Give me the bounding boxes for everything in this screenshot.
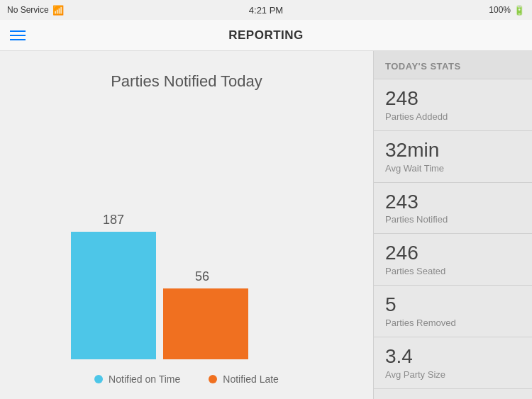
legend-dot-orange xyxy=(209,375,217,383)
wifi-icon: 📶 xyxy=(52,5,64,16)
stat-label: Parties Notified xyxy=(385,214,521,225)
stat-label: Parties Removed xyxy=(385,317,521,328)
stat-value: 243 xyxy=(385,191,521,213)
stat-label: Avg Wait Time xyxy=(385,163,521,174)
menu-button[interactable] xyxy=(10,30,26,40)
bar-blue-value: 187 xyxy=(103,213,124,227)
bar-orange xyxy=(163,288,248,359)
menu-line-3 xyxy=(10,39,26,40)
chart-area: Parties Notified Today 187 56 Notified o… xyxy=(0,51,373,399)
stat-label: Parties Addedd xyxy=(385,111,521,122)
stat-value: 5 xyxy=(385,294,521,316)
battery-icon: 🔋 xyxy=(514,5,525,16)
sidebar-header: TODAY'S STATS xyxy=(374,51,532,79)
nav-title: REPORTING xyxy=(228,28,304,43)
legend-on-time-label: Notified on Time xyxy=(109,373,180,385)
stat-value: 248 xyxy=(385,88,521,110)
menu-line-2 xyxy=(10,35,26,36)
status-time: 4:21 PM xyxy=(249,5,283,16)
bar-blue xyxy=(71,232,156,359)
stat-value: 3.4 xyxy=(385,346,521,368)
stat-value: 32min xyxy=(385,140,521,162)
legend-on-time: Notified on Time xyxy=(94,373,180,385)
chart-title: Parties Notified Today xyxy=(28,72,345,91)
stat-row: 248Parties Addedd xyxy=(374,79,532,131)
carrier-text: No Service xyxy=(7,5,49,15)
stat-row: 243Parties Notified xyxy=(374,183,532,235)
legend-dot-blue xyxy=(94,375,103,383)
stat-label: Avg Party Size xyxy=(385,369,521,380)
battery-percent: 100% xyxy=(489,5,511,15)
chart-legend: Notified on Time Notified Late xyxy=(28,373,345,385)
stat-row: 3.4Avg Party Size xyxy=(374,337,532,389)
sidebar: TODAY'S STATS 248Parties Addedd32minAvg … xyxy=(373,51,532,399)
legend-late-label: Notified Late xyxy=(223,373,279,385)
bar-notified-on-time: 187 xyxy=(71,213,156,359)
stat-row: 32minAvg Wait Time xyxy=(374,131,532,183)
legend-late: Notified Late xyxy=(209,373,279,385)
bars-wrapper: 187 56 xyxy=(28,189,345,359)
stat-value: 246 xyxy=(385,242,521,264)
main-content: Parties Notified Today 187 56 Notified o… xyxy=(0,51,532,399)
bar-orange-value: 56 xyxy=(195,269,209,284)
stat-row: 246Parties Seated xyxy=(374,234,532,286)
stat-label: Parties Seated xyxy=(385,266,521,276)
battery-area: 100% 🔋 xyxy=(489,5,525,16)
chart-container: 187 56 xyxy=(28,105,345,359)
stats-container: 248Parties Addedd32minAvg Wait Time243Pa… xyxy=(374,79,532,389)
menu-line-1 xyxy=(10,30,26,32)
stat-row: 5Parties Removed xyxy=(374,286,532,337)
carrier-signal: No Service 📶 xyxy=(7,5,64,16)
bar-notified-late: 56 xyxy=(156,269,248,359)
nav-bar: REPORTING xyxy=(0,20,532,51)
status-bar: No Service 📶 4:21 PM 100% 🔋 xyxy=(0,0,532,20)
